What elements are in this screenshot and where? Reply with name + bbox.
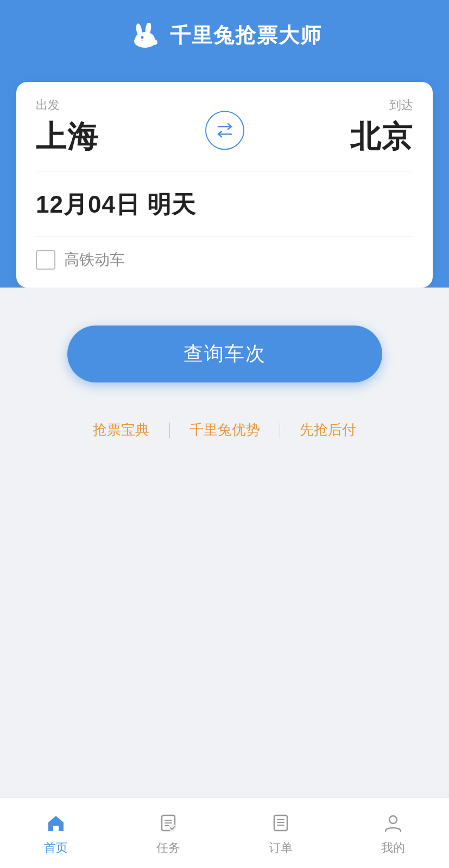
link-advantages[interactable]: 千里兔优势 [170, 420, 280, 439]
filter-section[interactable]: 高铁动车 [16, 237, 433, 288]
nav-label-home: 首页 [44, 840, 68, 856]
nav-label-task: 任务 [156, 840, 180, 856]
task-icon [156, 810, 181, 835]
bottom-navigation: 首页 任务 订单 [0, 797, 449, 868]
train-icon-circle [205, 111, 244, 150]
nav-label-mine: 我的 [381, 840, 405, 856]
train-swap-icon [213, 118, 237, 142]
nav-item-task[interactable]: 任务 [112, 798, 225, 868]
departure-city: 上海 [36, 117, 99, 158]
rabbit-logo-icon [128, 23, 162, 49]
arrival-city: 北京 [350, 117, 413, 158]
date-section[interactable]: 12月04日 明天 [16, 171, 433, 236]
route-section[interactable]: 出发 上海 到达 北京 [16, 82, 433, 171]
departure-label: 出发 [36, 97, 99, 113]
svg-point-10 [389, 816, 397, 824]
departure-info[interactable]: 出发 上海 [36, 97, 99, 158]
nav-item-home[interactable]: 首页 [0, 798, 112, 868]
nav-item-mine[interactable]: 我的 [337, 798, 449, 868]
card-wrapper: 出发 上海 到达 北京 [0, 82, 449, 288]
highspeed-label: 高铁动车 [64, 250, 125, 270]
home-icon [43, 810, 68, 835]
svg-point-5 [141, 39, 143, 41]
content-area: 查询车次 抢票宝典 千里兔优势 先抢后付 [0, 288, 449, 797]
highspeed-checkbox[interactable] [36, 250, 55, 270]
search-button[interactable]: 查询车次 [67, 326, 382, 382]
order-icon [268, 810, 293, 835]
svg-point-4 [141, 36, 143, 39]
app-title: 千里兔抢票大师 [170, 22, 322, 49]
swap-route-button[interactable] [205, 111, 244, 150]
selected-date: 12月04日 明天 [36, 191, 196, 218]
link-grab-first-pay-later[interactable]: 先抢后付 [280, 420, 376, 439]
link-grabbing-tips[interactable]: 抢票宝典 [73, 420, 169, 439]
nav-item-order[interactable]: 订单 [225, 798, 337, 868]
mine-icon [381, 810, 406, 835]
booking-card: 出发 上海 到达 北京 [16, 82, 433, 288]
app-header: 千里兔抢票大师 [0, 0, 449, 82]
arrival-label: 到达 [389, 97, 413, 113]
nav-label-order: 订单 [269, 840, 293, 856]
arrival-info[interactable]: 到达 北京 [350, 97, 413, 158]
svg-point-6 [152, 40, 157, 45]
links-row: 抢票宝典 千里兔优势 先抢后付 [73, 420, 376, 439]
